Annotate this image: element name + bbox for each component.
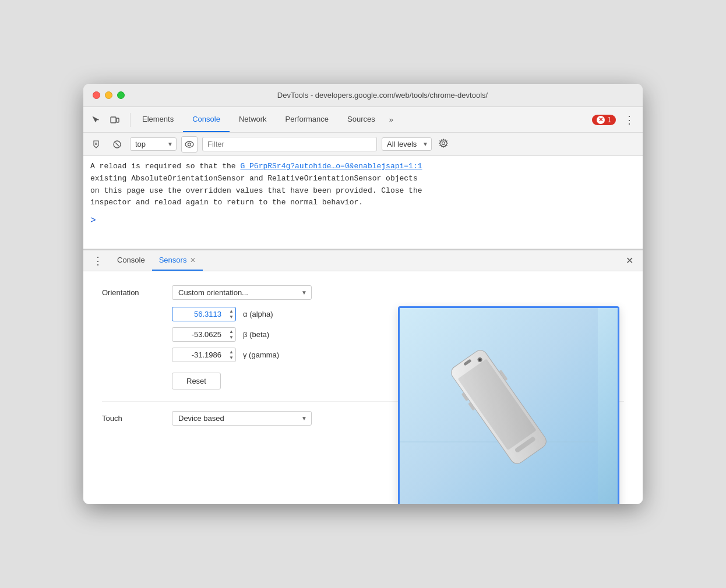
alpha-increment-button[interactable]: ▲ [228, 309, 235, 314]
error-icon: ✕ [597, 116, 605, 124]
tab-network[interactable]: Network [230, 107, 276, 132]
beta-stepper: ▲ ▼ [228, 329, 235, 340]
phone-3d-svg [400, 308, 598, 504]
svg-line-6 [115, 143, 119, 146]
error-count: 1 [607, 116, 611, 124]
message-text-4: inspector and reload again to return to … [90, 198, 363, 207]
gamma-input[interactable] [172, 348, 236, 362]
beta-label: β (beta) [243, 330, 269, 339]
close-bottom-panel-button[interactable]: ✕ [621, 253, 638, 268]
beta-input-wrapper: ▲ ▼ [172, 327, 236, 342]
svg-point-9 [442, 141, 445, 144]
more-tabs-button[interactable]: » [385, 115, 398, 124]
log-levels-wrapper: All levels ▼ [382, 137, 432, 151]
titlebar: DevTools - developers.google.com/web/too… [83, 84, 643, 107]
gamma-label: γ (gamma) [243, 350, 279, 359]
gamma-decrement-button[interactable]: ▼ [228, 355, 235, 361]
alpha-label: α (alpha) [243, 310, 273, 318]
phone-3d-visualization [400, 308, 618, 504]
alpha-input[interactable] [172, 307, 236, 321]
console-message: A reload is required so that the G_P6rpR… [90, 161, 636, 209]
more-menu-button[interactable]: ⋮ [621, 114, 638, 126]
tab-sensors-bottom[interactable]: Sensors ✕ [152, 250, 203, 271]
error-badge[interactable]: ✕ 1 [592, 115, 616, 125]
message-text-1: A reload is required so that the [90, 162, 240, 171]
bottom-tabs: ⋮ Console Sensors ✕ ✕ [83, 250, 643, 271]
console-prompt[interactable]: > [90, 214, 636, 229]
tab-console[interactable]: Console [183, 107, 230, 132]
orientation-row: Orientation Custom orientation... ▼ [102, 285, 624, 300]
orientation-select[interactable]: Custom orientation... [172, 285, 312, 300]
device-toolbar-button[interactable] [107, 113, 123, 127]
beta-increment-button[interactable]: ▲ [228, 329, 235, 335]
inspect-element-button[interactable] [88, 113, 104, 127]
console-settings-button[interactable] [436, 136, 450, 153]
context-select-wrapper: top ▼ [130, 137, 177, 151]
svg-rect-1 [117, 118, 119, 122]
svg-point-8 [188, 143, 191, 146]
traffic-lights [93, 91, 125, 99]
window-title: DevTools - developers.google.com/web/too… [132, 91, 633, 100]
devtools-toolbar: Elements Console Network Performance Sou… [83, 107, 643, 133]
close-button[interactable] [93, 91, 100, 99]
alpha-stepper: ▲ ▼ [228, 309, 235, 320]
beta-decrement-button[interactable]: ▼ [228, 335, 235, 341]
reset-button[interactable]: Reset [172, 373, 221, 389]
tab-performance[interactable]: Performance [276, 107, 338, 132]
svg-marker-2 [94, 141, 98, 148]
console-output: A reload is required so that the G_P6rpR… [83, 156, 643, 249]
fullscreen-button[interactable] [117, 91, 125, 99]
bottom-panel: ⋮ Console Sensors ✕ ✕ Orientation Custom… [83, 249, 643, 504]
beta-input[interactable] [172, 327, 236, 342]
svg-point-7 [185, 141, 193, 147]
console-toolbar: top ▼ All levels ▼ [83, 133, 643, 156]
touch-label: Touch [102, 414, 172, 423]
tab-sources[interactable]: Sources [338, 107, 385, 132]
gamma-increment-button[interactable]: ▲ [228, 349, 235, 355]
log-levels-select[interactable]: All levels [382, 137, 432, 151]
tab-console-bottom[interactable]: Console [110, 250, 152, 271]
touch-select[interactable]: Device based [172, 411, 312, 426]
minimize-button[interactable] [105, 91, 112, 99]
devtools-window: DevTools - developers.google.com/web/too… [83, 84, 643, 504]
context-select[interactable]: top [130, 137, 177, 151]
message-text-3: on this page use the overridden values t… [90, 186, 422, 195]
stop-recording-button[interactable] [109, 137, 125, 151]
tab-sensors-close-button[interactable]: ✕ [190, 256, 196, 264]
gamma-stepper: ▲ ▼ [228, 349, 235, 360]
main-tabs: Elements Console Network Performance Sou… [133, 107, 398, 132]
orientation-label: Orientation [102, 288, 172, 297]
console-link[interactable]: G_P6rpRSr4g?autohide…o=0&enablejsapi=1:1 [240, 162, 422, 171]
clear-console-button[interactable] [88, 137, 104, 151]
alpha-decrement-button[interactable]: ▼ [228, 314, 235, 320]
sensors-panel: Orientation Custom orientation... ▼ ▲ ▼ [83, 271, 643, 504]
phone-3d-overlay [398, 306, 619, 504]
orientation-select-wrapper: Custom orientation... ▼ [172, 285, 312, 300]
touch-select-wrapper: Device based ▼ [172, 411, 312, 426]
toolbar-icons [88, 113, 131, 127]
gamma-input-wrapper: ▲ ▼ [172, 348, 236, 362]
svg-rect-0 [111, 117, 116, 123]
bottom-tabs-more-button[interactable]: ⋮ [88, 254, 108, 267]
console-filter-input[interactable] [202, 137, 377, 151]
tab-elements[interactable]: Elements [133, 107, 183, 132]
live-expressions-button[interactable] [181, 136, 198, 153]
message-text-2: existing AbsoluteOrientationSensor and R… [90, 174, 418, 183]
alpha-input-wrapper: ▲ ▼ [172, 307, 236, 321]
